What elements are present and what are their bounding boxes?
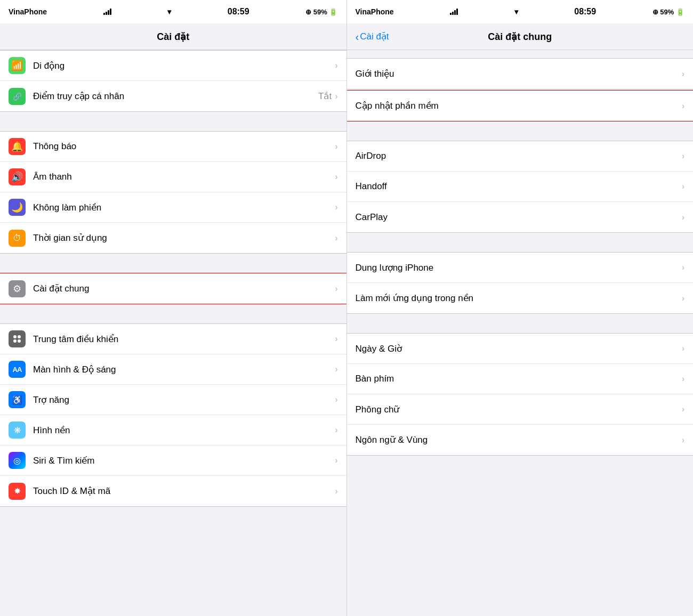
- handoff-chevron: ›: [682, 182, 684, 191]
- hinh-nen-chevron: ›: [335, 425, 337, 435]
- thoi-gian-chevron: ›: [335, 233, 337, 243]
- left-section-display: Trung tâm điều khiển › AA Màn hình & Độ …: [0, 323, 346, 507]
- left-status-bar: VinaPhone ▾ 08:59 ⊕ 59% 🔋: [0, 0, 346, 23]
- right-section-regional: Ngày & Giờ › Bàn phím › Phông chữ › Ngôn…: [347, 333, 694, 456]
- left-row-di-dong[interactable]: 📶 Di động ›: [0, 51, 346, 81]
- left-row-hotspot[interactable]: 🔗 Điểm truy cập cá nhân Tắt ›: [0, 81, 346, 111]
- right-row-handoff[interactable]: Handoff ›: [347, 172, 694, 202]
- left-row-hinh-nen[interactable]: ❋ Hình nền ›: [0, 415, 346, 445]
- ngon-ngu-label: Ngôn ngữ & Vùng: [356, 434, 682, 445]
- left-row-man-hinh[interactable]: AA Màn hình & Độ sáng ›: [0, 354, 346, 385]
- am-thanh-icon: 🔊: [9, 168, 26, 185]
- right-gap-top: [347, 50, 694, 58]
- right-signal: [450, 9, 458, 15]
- ngay-gio-label: Ngày & Giờ: [356, 343, 682, 354]
- airdrop-chevron: ›: [682, 151, 684, 161]
- airdrop-label: AirDrop: [356, 151, 682, 161]
- right-row-airdrop[interactable]: AirDrop ›: [347, 141, 694, 172]
- right-row-phong-chu[interactable]: Phông chữ ›: [347, 394, 694, 425]
- man-hinh-chevron: ›: [335, 364, 337, 374]
- left-row-cai-dat-chung[interactable]: ⚙ Cài đặt chung ›: [0, 273, 346, 304]
- back-button[interactable]: ‹ Cài đặt: [356, 31, 389, 42]
- cai-dat-chung-icon: ⚙: [9, 280, 26, 297]
- right-gap-2: [347, 121, 694, 141]
- man-hinh-label: Màn hình & Độ sáng: [33, 364, 335, 375]
- khong-lam-phien-chevron: ›: [335, 202, 337, 212]
- khong-lam-phien-icon: 🌙: [9, 199, 26, 216]
- lam-moi-label: Làm mới ứng dụng trong nền: [356, 293, 682, 304]
- left-row-thong-bao[interactable]: 🔔 Thông báo ›: [0, 132, 346, 162]
- dung-luong-label: Dung lượng iPhone: [356, 262, 682, 273]
- di-dong-icon: 📶: [9, 57, 26, 74]
- phong-chu-chevron: ›: [682, 404, 684, 414]
- left-row-khong-lam-phien[interactable]: 🌙 Không làm phiền ›: [0, 192, 346, 223]
- left-carrier: VinaPhone: [9, 7, 47, 16]
- touchid-chevron: ›: [335, 487, 337, 496]
- back-label: Cài đặt: [360, 31, 389, 42]
- left-section-connectivity: 📶 Di động › 🔗 Điểm truy cập cá nhân Tắt …: [0, 50, 346, 112]
- thong-bao-icon: 🔔: [9, 138, 26, 155]
- di-dong-label: Di động: [33, 60, 335, 71]
- ban-phim-label: Bàn phím: [356, 374, 682, 384]
- siri-chevron: ›: [335, 456, 337, 465]
- phong-chu-label: Phông chữ: [356, 404, 682, 415]
- handoff-label: Handoff: [356, 181, 682, 192]
- cai-dat-chung-label: Cài đặt chung: [33, 283, 335, 294]
- left-row-thoi-gian[interactable]: ⏱ Thời gian sử dụng ›: [0, 223, 346, 253]
- khong-lam-phien-label: Không làm phiền: [33, 202, 335, 213]
- right-row-ban-phim[interactable]: Bàn phím ›: [347, 364, 694, 394]
- left-signal: [103, 9, 111, 15]
- touchid-label: Touch ID & Mật mã: [33, 485, 335, 497]
- left-section-general: ⚙ Cài đặt chung ›: [0, 273, 346, 304]
- svg-point-2: [13, 339, 17, 343]
- ngay-gio-chevron: ›: [682, 344, 684, 353]
- right-section-storage: Dung lượng iPhone › Làm mới ứng dụng tro…: [347, 252, 694, 314]
- right-panel: VinaPhone ▾ 08:59 ⊕ 59% 🔋 ‹ Cài đặt Cài …: [347, 0, 694, 616]
- left-row-am-thanh[interactable]: 🔊 Âm thanh ›: [0, 162, 346, 192]
- left-gap-1: [0, 112, 346, 131]
- right-settings-content: Giới thiệu › Cập nhật phần mềm › AirDrop…: [347, 50, 694, 616]
- svg-point-3: [18, 339, 21, 343]
- siri-icon: ◎: [9, 452, 26, 469]
- am-thanh-label: Âm thanh: [33, 172, 335, 182]
- right-row-carplay[interactable]: CarPlay ›: [347, 202, 694, 232]
- tro-nang-icon: ♿: [9, 391, 26, 408]
- hotspot-value: Tắt: [318, 91, 332, 102]
- ngon-ngu-chevron: ›: [682, 435, 684, 445]
- right-status-icons: ⊕ 59% 🔋: [652, 8, 684, 16]
- right-row-ngay-gio[interactable]: Ngày & Giờ ›: [347, 334, 694, 364]
- left-row-touchid[interactable]: ✸ Touch ID & Mật mã ›: [0, 476, 346, 506]
- left-wifi-icon: ▾: [167, 7, 171, 16]
- trung-tam-chevron: ›: [335, 334, 337, 344]
- thoi-gian-label: Thời gian sử dụng: [33, 232, 335, 244]
- right-gap-3: [347, 233, 694, 252]
- right-row-cap-nhat[interactable]: Cập nhật phần mềm ›: [347, 91, 694, 121]
- gioi-thieu-chevron: ›: [682, 69, 684, 79]
- left-row-siri[interactable]: ◎ Siri & Tìm kiếm ›: [0, 445, 346, 476]
- thong-bao-chevron: ›: [335, 142, 337, 151]
- thong-bao-label: Thông báo: [33, 141, 335, 152]
- svg-point-0: [13, 335, 17, 338]
- right-nav-bar: ‹ Cài đặt Cài đặt chung: [347, 23, 694, 50]
- right-time: 08:59: [574, 7, 596, 17]
- left-settings-content: 📶 Di động › 🔗 Điểm truy cập cá nhân Tắt …: [0, 50, 346, 616]
- right-section-connectivity: AirDrop › Handoff › CarPlay ›: [347, 141, 694, 233]
- right-row-lam-moi[interactable]: Làm mới ứng dụng trong nền ›: [347, 283, 694, 313]
- right-row-gioi-thieu[interactable]: Giới thiệu ›: [347, 59, 694, 89]
- left-gap-2: [0, 254, 346, 273]
- right-row-ngon-ngu[interactable]: Ngôn ngữ & Vùng ›: [347, 425, 694, 455]
- right-section-software-update: Cập nhật phần mềm ›: [347, 90, 694, 121]
- carplay-chevron: ›: [682, 213, 684, 222]
- cai-dat-chung-chevron: ›: [335, 284, 337, 294]
- right-section-intro: Giới thiệu ›: [347, 58, 694, 90]
- gioi-thieu-label: Giới thiệu: [356, 68, 682, 79]
- left-row-trung-tam[interactable]: Trung tâm điều khiển ›: [0, 324, 346, 354]
- right-row-dung-luong[interactable]: Dung lượng iPhone ›: [347, 253, 694, 283]
- svg-point-1: [18, 335, 21, 338]
- hinh-nen-label: Hình nền: [33, 425, 335, 436]
- trung-tam-icon: [9, 330, 26, 347]
- left-row-tro-nang[interactable]: ♿ Trợ năng ›: [0, 385, 346, 415]
- thoi-gian-icon: ⏱: [9, 230, 26, 247]
- right-nav-title: Cài đặt chung: [488, 31, 552, 43]
- siri-label: Siri & Tìm kiếm: [33, 455, 335, 466]
